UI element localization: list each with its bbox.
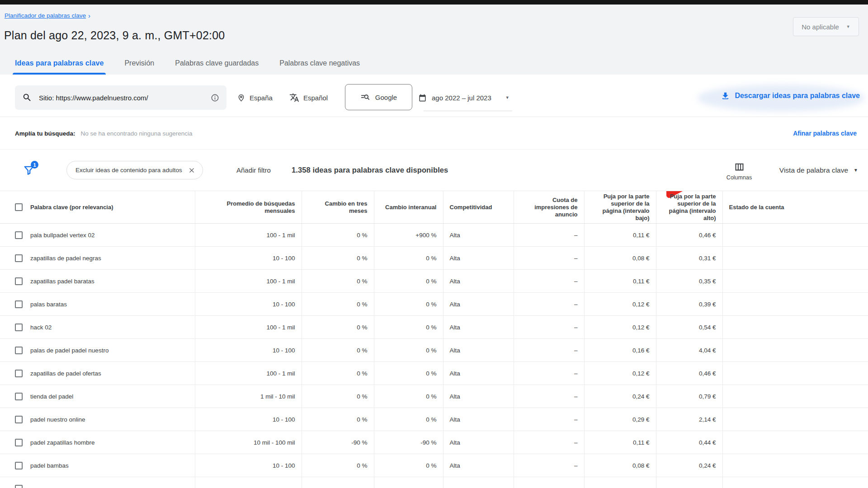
metric-cell-6: 0,12 € bbox=[584, 362, 656, 385]
network-selector[interactable]: Google bbox=[345, 84, 412, 110]
row-checkbox[interactable] bbox=[15, 370, 23, 377]
row-checkbox[interactable] bbox=[15, 324, 23, 331]
refine-keywords-link[interactable]: Afinar palabras clave bbox=[793, 117, 857, 150]
page-title: Plan del ago 22, 2023, 9 a. m., GMT+02:0… bbox=[4, 29, 225, 42]
metric-cell-3: 0 % bbox=[374, 270, 443, 293]
row-checkbox[interactable] bbox=[15, 462, 23, 469]
keyword-view-selector[interactable]: Vista de palabra clave ▼ bbox=[779, 150, 858, 191]
column-header-1[interactable]: Promedio de búsquedas mensuales bbox=[195, 191, 302, 224]
metric-cell-4: Alta bbox=[443, 408, 514, 431]
metric-cell-7: 0,46 € bbox=[656, 362, 722, 385]
metric-cell-7: 0,44 € bbox=[656, 431, 722, 454]
status-dropdown[interactable]: No aplicable ▼ bbox=[793, 17, 859, 36]
adult-content-filter-chip[interactable]: Excluir ideas de contenido para adultos bbox=[66, 161, 203, 179]
tab-keyword-ideas[interactable]: Ideas para palabras clave bbox=[5, 52, 114, 75]
metric-cell-6: 0,12 € bbox=[584, 316, 656, 339]
metric-cell-1: 1 mil - 10 mil bbox=[195, 385, 302, 408]
metric-cell-3: 0 % bbox=[374, 293, 443, 316]
download-keyword-ideas-button[interactable]: Descargar ideas para palabras clave bbox=[721, 75, 860, 117]
column-header-6[interactable]: Puja por la parte superior de la página … bbox=[584, 191, 656, 224]
info-icon[interactable] bbox=[211, 94, 219, 102]
metric-cell-7: 0,39 € bbox=[656, 293, 722, 316]
metric-cell-2: 0 % bbox=[302, 270, 374, 293]
metric-cell-7: 0,54 € bbox=[656, 316, 722, 339]
row-checkbox[interactable] bbox=[15, 277, 23, 285]
filter-funnel-button[interactable]: 1 bbox=[23, 162, 37, 177]
date-range-label: ago 2022 – jul 2023 bbox=[432, 94, 491, 102]
metric-cell-4: Alta bbox=[443, 454, 514, 477]
metric-cell-7: 0,35 € bbox=[656, 270, 722, 293]
tab-negative-keywords[interactable]: Palabras clave negativas bbox=[269, 52, 370, 75]
column-header-5[interactable]: Cuota de impresiones de anuncio bbox=[514, 191, 584, 224]
column-header-8[interactable]: Estado de la cuenta bbox=[722, 191, 868, 224]
metric-cell-2: 0 % bbox=[302, 316, 374, 339]
metric-cell-7: 0,46 € bbox=[656, 224, 722, 247]
row-checkbox[interactable] bbox=[15, 347, 23, 354]
columns-button[interactable]: Columnas bbox=[721, 156, 757, 186]
metric-cell-1: 10 - 100 bbox=[195, 339, 302, 362]
row-checkbox[interactable] bbox=[15, 231, 23, 239]
metric-cell-1: 100 - 1 mil bbox=[195, 270, 302, 293]
filter-count-badge: 1 bbox=[31, 161, 38, 169]
column-header-2[interactable]: Cambio en tres meses bbox=[302, 191, 374, 224]
row-checkbox[interactable] bbox=[15, 485, 23, 488]
table-row: padel zapatillas hombre10 mil - 100 mil-… bbox=[0, 431, 868, 454]
location-pin-icon bbox=[237, 94, 245, 102]
row-checkbox[interactable] bbox=[15, 393, 23, 400]
metric-cell-6: 0,11 € bbox=[584, 431, 656, 454]
metric-cell-8 bbox=[722, 293, 868, 316]
site-search-input[interactable]: Sitio: https://www.padelnuestro.com/ bbox=[15, 85, 226, 110]
row-checkbox[interactable] bbox=[15, 416, 23, 423]
row-checkbox[interactable] bbox=[15, 254, 23, 262]
metric-cell-1: 10 mil - 100 mil bbox=[195, 431, 302, 454]
tab-saved-keywords[interactable]: Palabras clave guardadas bbox=[165, 52, 269, 75]
language-label: Español bbox=[303, 94, 328, 102]
table-row: pala bullpadel vertex 02100 - 1 mil0 %+9… bbox=[0, 224, 868, 247]
metric-cell-2: 0 % bbox=[302, 362, 374, 385]
row-checkbox[interactable] bbox=[15, 439, 23, 446]
keyword-cell: padel nuestro online bbox=[30, 416, 85, 423]
location-selector[interactable]: España bbox=[237, 85, 273, 110]
search-toolbar: Sitio: https://www.padelnuestro.com/ Esp… bbox=[0, 75, 868, 117]
metric-cell-8 bbox=[722, 431, 868, 454]
metric-cell-1: 100 - 1 mil bbox=[195, 362, 302, 385]
metric-cell-7: 0,31 € bbox=[656, 247, 722, 270]
metric-cell-1: 10 - 100 bbox=[195, 408, 302, 431]
metric-cell-7: 0,24 € bbox=[656, 454, 722, 477]
breadcrumb[interactable]: Planificador de palabras clave › bbox=[5, 12, 90, 19]
tab-forecast[interactable]: Previsión bbox=[114, 52, 165, 75]
metric-cell-1: 100 - 1 mil bbox=[195, 316, 302, 339]
column-header-0[interactable]: Palabra clave (por relevancia) bbox=[0, 191, 195, 224]
column-header-7[interactable]: Puja por la parte superior de la página … bbox=[656, 191, 722, 224]
keyword-cell: zapatillas de padel ofertas bbox=[30, 370, 101, 377]
metric-cell-4: Alta bbox=[443, 293, 514, 316]
metric-cell-1 bbox=[195, 477, 302, 488]
close-icon[interactable] bbox=[189, 167, 195, 174]
column-header-3[interactable]: Cambio interanual bbox=[374, 191, 443, 224]
metric-cell-1: 10 - 100 bbox=[195, 247, 302, 270]
keyword-cell: zapatillas padel baratas bbox=[30, 278, 94, 285]
metric-cell-8 bbox=[722, 385, 868, 408]
row-checkbox[interactable] bbox=[15, 300, 23, 308]
add-filter-button[interactable]: Añadir filtro bbox=[236, 150, 271, 191]
metric-cell-3: -90 % bbox=[374, 431, 443, 454]
keyword-cell: hack 02 bbox=[30, 324, 52, 331]
language-selector[interactable]: Español bbox=[289, 85, 328, 110]
breadcrumb-link[interactable]: Planificador de palabras clave bbox=[5, 12, 86, 19]
metric-cell-8 bbox=[722, 477, 868, 488]
filter-chip-label: Excluir ideas de contenido para adultos bbox=[75, 167, 182, 174]
chevron-down-icon: ▼ bbox=[846, 24, 850, 29]
date-range-selector[interactable]: ago 2022 – jul 2023 ▼ bbox=[418, 85, 509, 110]
metric-cell-4: Alta bbox=[443, 316, 514, 339]
page-header: Planificador de palabras clave › Plan de… bbox=[0, 5, 868, 75]
metric-cell-8 bbox=[722, 316, 868, 339]
keyword-cell: palas baratas bbox=[30, 301, 67, 308]
status-dropdown-label: No aplicable bbox=[802, 23, 839, 31]
metric-cell-2: -90 % bbox=[302, 431, 374, 454]
keyword-cell: palas de padel padel nuestro bbox=[30, 347, 108, 354]
search-network-icon bbox=[360, 92, 370, 102]
broaden-search-value: No se ha encontrado ninguna sugerencia bbox=[81, 130, 193, 137]
column-header-4[interactable]: Competitividad bbox=[443, 191, 514, 224]
table-row-partial bbox=[0, 477, 868, 488]
select-all-checkbox[interactable] bbox=[15, 203, 23, 211]
